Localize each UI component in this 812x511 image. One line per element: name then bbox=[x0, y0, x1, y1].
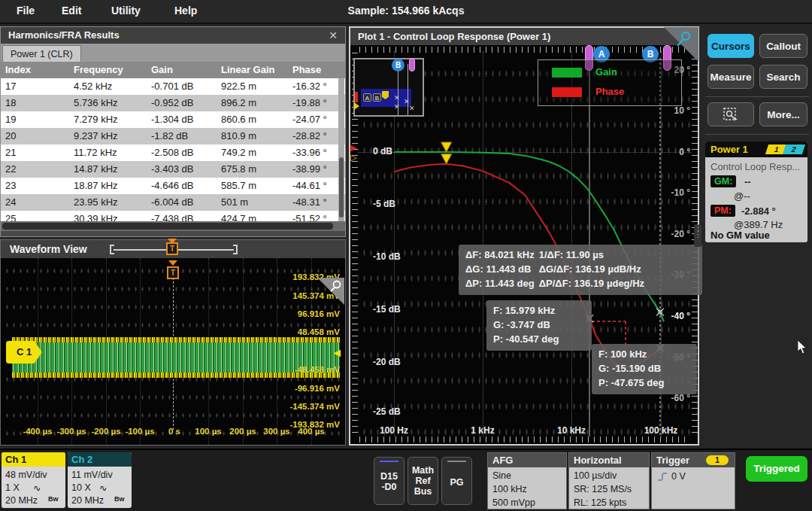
close-icon[interactable]: ✕ bbox=[329, 27, 338, 44]
phase-legend-label: Phase bbox=[595, 86, 624, 97]
channel2-badge[interactable]: Ch 2 11 mV/div 10 X ∿ 20 MHz Bw bbox=[68, 452, 132, 508]
sample-status: Sample: 154.966 kAcqs bbox=[0, 5, 812, 17]
power1-source2-flag[interactable]: 2 bbox=[783, 144, 805, 154]
more-button[interactable]: More... bbox=[759, 102, 807, 126]
cursor-delta-readout: ΔF: 84.021 kHz1/ΔF: 11.90 µs ΔG: 11.443 … bbox=[459, 245, 702, 295]
gain-axis-label: -15 dB bbox=[373, 304, 401, 315]
channel1-waveform[interactable] bbox=[12, 337, 340, 378]
vertical-scrollbar[interactable] bbox=[338, 78, 344, 221]
gm-frequency: @-- bbox=[734, 190, 750, 202]
waveform-graticule[interactable]: T C 1 ◄ 193.832 mV 145.374 mV 96.916 mV … bbox=[2, 258, 344, 445]
minimap-b-handle[interactable]: B bbox=[392, 59, 404, 71]
channel2-waveform bbox=[12, 342, 340, 373]
table-row[interactable]: 174.52 kHz-0.701 dB922.5 m-16.32 ° bbox=[1, 78, 345, 95]
phase-axis-label: -10 ° bbox=[654, 187, 690, 198]
trigger-flag[interactable]: T bbox=[167, 266, 179, 279]
col-header-linear-gain[interactable]: Linear Gain bbox=[221, 62, 275, 78]
gain-axis-label: -20 dB bbox=[373, 357, 401, 367]
phase-axis-label: -40 ° bbox=[654, 311, 690, 321]
table-row[interactable]: 185.736 kHz-0.952 dB896.2 m-19.88 ° bbox=[1, 95, 345, 111]
pg-button[interactable]: PG bbox=[441, 457, 472, 505]
phase-ref-marker-icon[interactable]: ▷ bbox=[350, 153, 356, 163]
zero-db-gridline bbox=[358, 152, 692, 153]
freq-axis-label: 100 Hz bbox=[368, 425, 420, 436]
power1-badge-header: Power 1 1 2 bbox=[705, 141, 807, 157]
col-header-index[interactable]: Index bbox=[5, 62, 31, 78]
trigger-level-icon[interactable]: ◄ bbox=[331, 346, 343, 360]
table-row[interactable]: 2111.72 kHz-2.508 dB749.2 m-33.96 ° bbox=[1, 144, 345, 161]
gridline-10khz bbox=[571, 51, 572, 436]
menu-bar: File Edit Utility Help Sample: 154.966 k… bbox=[0, 0, 812, 24]
gain-ref-marker-icon[interactable]: ▶ bbox=[350, 143, 356, 153]
triggered-status: Triggered bbox=[746, 456, 807, 482]
waveform-title: Waveform View bbox=[10, 243, 87, 255]
table-row[interactable]: 2318.87 kHz-4.646 dB585.7 m-44.61 ° bbox=[1, 178, 345, 194]
gain-axis-label: 0 dB bbox=[373, 146, 392, 157]
gain-legend-swatch bbox=[552, 68, 582, 78]
gain-legend-label: Gain bbox=[595, 66, 617, 78]
volt-label: -96.916 mV bbox=[295, 384, 340, 393]
minimap-cursor-line bbox=[408, 64, 408, 115]
results-panel: Harmonics/FRA Results ✕ Power 1 (CLR) In… bbox=[0, 26, 346, 237]
phase-axis-label: 0 ° bbox=[654, 147, 690, 157]
pm-label-chip: PM: bbox=[710, 205, 735, 217]
channel1-name: Ch 1 bbox=[2, 452, 65, 467]
freq-axis-label: 1 kHz bbox=[456, 425, 509, 436]
sidebar-divider bbox=[705, 134, 809, 135]
panel-drag-handle[interactable]: ⋮⋮ bbox=[694, 224, 701, 247]
results-table-header: Index Frequency Gain Linear Gain Phase bbox=[1, 62, 345, 78]
math-ref-bus-button[interactable]: Math Ref Bus bbox=[408, 457, 438, 505]
horizontal-scrollbar[interactable] bbox=[1, 221, 345, 231]
search-button[interactable]: Search bbox=[759, 65, 807, 89]
phase-axis-label: -20 ° bbox=[654, 229, 690, 239]
horizontal-badge[interactable]: Horizontal 100 µs/div SR: 125 MS/s RL: 1… bbox=[568, 452, 650, 509]
channel2-name: Ch 2 bbox=[68, 452, 132, 467]
zoom-select-button[interactable] bbox=[707, 102, 754, 126]
results-table-body: 174.52 kHz-0.701 dB922.5 m-16.32 ° 185.7… bbox=[1, 78, 345, 221]
table-row[interactable]: 2214.87 kHz-3.403 dB675.8 m-38.99 ° bbox=[1, 161, 345, 178]
gridline-1khz bbox=[483, 51, 483, 436]
col-header-phase[interactable]: Phase bbox=[292, 62, 321, 78]
measure-button[interactable]: Measure bbox=[707, 65, 754, 89]
table-row[interactable]: 209.237 kHz-1.82 dB810.9 m-28.82 ° bbox=[1, 128, 345, 144]
plot-titlebar[interactable]: Plot 1 - Control Loop Response (Power 1)… bbox=[350, 28, 698, 45]
table-row[interactable]: 2530.39 kHz-7.438 dB424.7 m-51.52 ° bbox=[1, 211, 345, 221]
horizontal-title: Horizontal bbox=[569, 453, 649, 467]
span-bracket-right[interactable] bbox=[233, 245, 238, 254]
tab-power1-clr[interactable]: Power 1 (CLR) bbox=[2, 45, 81, 62]
channel1-badge[interactable]: Ch 1 48 mV/div 1 X ∿ 20 MHz Bw bbox=[2, 452, 65, 508]
minimap-a-chip: A bbox=[363, 93, 371, 102]
table-row[interactable]: 197.279 kHz-1.304 dB860.6 m-24.07 ° bbox=[1, 111, 345, 128]
minimap-b-chip: B bbox=[373, 93, 381, 102]
gain-axis-label: -5 dB bbox=[373, 199, 395, 209]
callout-button[interactable]: Callout bbox=[759, 34, 807, 58]
trigger-badge[interactable]: Trigger 1 0 V bbox=[651, 452, 735, 509]
results-panel-titlebar[interactable]: Harmonics/FRA Results ✕ bbox=[1, 27, 345, 44]
power1-badge-title: Power 1 bbox=[710, 144, 748, 155]
col-header-frequency[interactable]: Frequency bbox=[74, 62, 123, 78]
col-header-gain[interactable]: Gain bbox=[151, 62, 173, 78]
afg-badge[interactable]: AFG Sine 100 kHz 500 mVpp bbox=[487, 452, 567, 509]
waveform-titlebar[interactable]: Waveform View T bbox=[1, 240, 345, 258]
freq-axis-label: 100 kHz bbox=[635, 425, 687, 436]
minimap-cursor-pill[interactable] bbox=[409, 58, 415, 71]
power1-subtitle: Control Loop Resp... bbox=[710, 161, 800, 172]
rising-edge-icon bbox=[657, 472, 668, 482]
trigger-slider-handle[interactable]: T bbox=[166, 242, 178, 255]
bandwidth-limit-icon: Bw bbox=[48, 495, 59, 503]
cursors-button[interactable]: Cursors bbox=[707, 34, 754, 58]
channel2-bandwidth: 20 MHz bbox=[71, 495, 104, 506]
mouse-cursor bbox=[797, 340, 807, 355]
results-panel-title: Harmonics/FRA Results bbox=[8, 29, 120, 41]
volt-label: 48.458 mV bbox=[298, 327, 340, 336]
oscilloscope-screen: File Edit Utility Help Sample: 154.966 k… bbox=[0, 0, 812, 511]
cursor-b-readout: F: 100 kHz G: -15.190 dB P: -47.675 deg bbox=[592, 344, 697, 394]
table-row[interactable]: 2423.95 kHz-6.004 dB501 m-48.31 ° bbox=[1, 194, 345, 211]
channel1-bandwidth: 20 MHz bbox=[5, 495, 38, 506]
digital-d15-d0-button[interactable]: D15 -D0 bbox=[374, 457, 404, 505]
zoom-select-icon bbox=[722, 106, 740, 124]
plot-overview-minimap[interactable]: A B ✕✕ ✕✕ B bbox=[353, 58, 424, 117]
power1-results-badge[interactable]: Power 1 1 2 Control Loop Resp... GM: -- … bbox=[705, 141, 807, 242]
freq-axis-label: 10 kHz bbox=[545, 425, 598, 436]
ac-coupling-icon: ∿ bbox=[99, 482, 107, 494]
